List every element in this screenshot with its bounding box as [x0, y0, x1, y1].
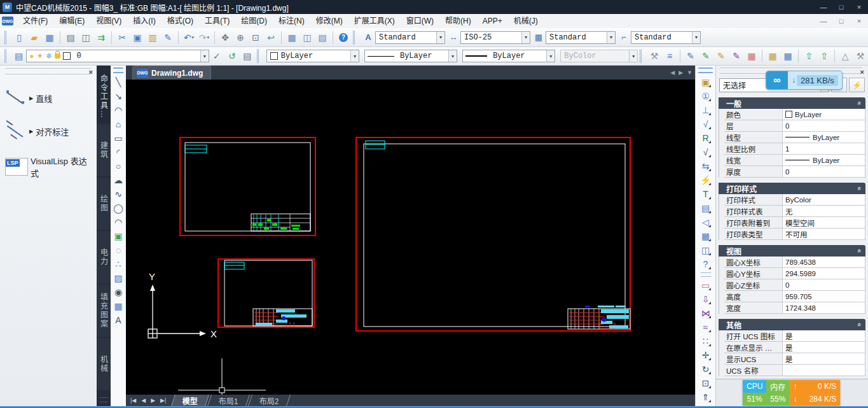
new-file-button[interactable]: ▯ [11, 30, 27, 45]
balloon-button[interactable]: ① [699, 89, 713, 103]
rotate-button[interactable]: ↻ [699, 362, 713, 376]
polygon-button[interactable]: ⌂ [111, 117, 125, 131]
layer-previous-button[interactable]: ↺ [224, 48, 240, 64]
property-value[interactable]: 是 [783, 353, 865, 364]
redo-dropdown-arrow[interactable]: ▾ [207, 35, 210, 40]
prev-layout-button[interactable]: ◀ [139, 397, 148, 404]
tile-windows-button[interactable]: ◫ [699, 243, 713, 257]
bom-table-button[interactable]: ▦ [699, 229, 713, 243]
property-value[interactable]: 无 [783, 206, 865, 216]
drawing-canvas[interactable]: Y X [126, 80, 695, 395]
collapse-chevron-icon[interactable]: « [856, 101, 864, 105]
circle-button[interactable]: ○ [111, 159, 125, 173]
title-block-button[interactable]: ▤ [699, 201, 713, 215]
plot-style-section-header[interactable]: 打印样式 « [719, 183, 865, 194]
property-value[interactable]: 0 [783, 166, 865, 177]
property-value[interactable]: ByColor [783, 194, 865, 205]
arc-button[interactable]: ◜ [111, 145, 125, 159]
table-style-combo[interactable]: Standard ▾ [546, 31, 616, 44]
dropdown-arrow-icon[interactable]: ▾ [521, 32, 530, 43]
dropdown-arrow-icon[interactable]: ▾ [692, 32, 700, 43]
model-tab[interactable]: 模型 [171, 395, 209, 406]
edit-hatch-button[interactable]: ✎ [729, 48, 744, 64]
layer-thaw-sun-icon[interactable]: ☀ [37, 52, 44, 60]
erase-button[interactable]: ▭ [699, 278, 713, 292]
zoom-window-button[interactable]: ⊡ [248, 30, 263, 45]
sheet-set-button[interactable]: ◫ [300, 30, 315, 45]
insert-layout-button[interactable]: ⇩ [699, 292, 713, 306]
edit-block-button[interactable]: ✎ [698, 48, 713, 64]
edit-menu[interactable]: 编辑(E) [53, 15, 90, 28]
format-menu[interactable]: 格式(O) [162, 15, 199, 28]
express-tools-menu[interactable]: 扩展工具(X) [348, 15, 401, 28]
collapse-chevron-icon[interactable]: « [856, 323, 864, 327]
dropdown-arrow-icon[interactable]: ▾ [546, 50, 555, 62]
layer-manager-button[interactable]: ▤ [11, 48, 26, 64]
property-value[interactable]: 789.4538 [783, 257, 865, 267]
dropdown-arrow-icon[interactable]: ▾ [200, 50, 209, 62]
property-value[interactable]: 0 [783, 120, 865, 131]
offset-button[interactable]: ≈ [699, 320, 713, 334]
app-plus-menu[interactable]: APP+ [477, 15, 508, 28]
surface-finish-button[interactable]: √ [699, 117, 713, 131]
insert-menu[interactable]: 插入(I) [127, 15, 161, 28]
layout1-tab[interactable]: 布局1 [207, 395, 250, 406]
dimension-menu[interactable]: 标注(N) [273, 15, 310, 28]
first-layout-button[interactable]: |◀ [128, 397, 138, 404]
next-doc-button[interactable]: ▶ [679, 69, 683, 76]
line-tool-item[interactable]: ▶ 直线 [5, 88, 94, 108]
tools-menu[interactable]: 工具(T) [199, 15, 235, 28]
command-tools-tab[interactable]: 命令工具… [97, 71, 111, 123]
block-attribute-manager-button[interactable]: ▦ [744, 48, 759, 64]
view-menu[interactable]: 视图(V) [90, 15, 127, 28]
export-block-button[interactable]: ⇧ [816, 48, 832, 64]
pan-button[interactable]: ✥ [217, 30, 233, 45]
spline-button[interactable]: ∿ [111, 187, 125, 201]
text-tool-button[interactable]: T [699, 187, 713, 201]
insert-block-button[interactable]: ▣ [111, 229, 125, 243]
make-block-button[interactable]: ◌ [111, 243, 125, 257]
minimize-button[interactable]: — [815, 0, 832, 14]
doc-close-button[interactable]: × [850, 14, 868, 28]
line-button[interactable]: ╲ [111, 75, 125, 89]
quick-properties-button[interactable]: ≡ [662, 48, 677, 64]
architecture-tab[interactable]: 建筑 [97, 124, 111, 176]
title-block-2[interactable] [568, 306, 630, 329]
print-preview-button[interactable]: ◫ [78, 30, 93, 45]
help-button[interactable]: ? [336, 30, 351, 45]
toolbar-grip[interactable] [353, 31, 358, 45]
point-button[interactable]: ∴ [111, 257, 125, 271]
dropdown-arrow-icon[interactable]: ▾ [607, 32, 615, 43]
construction-line-button[interactable]: ↘ [111, 89, 125, 103]
help-book-button[interactable]: ? [699, 257, 713, 271]
select-objects-button[interactable]: ⚡ [849, 78, 865, 92]
layer-freeze-viewport-icon[interactable]: ❄ [46, 52, 52, 60]
edit-table-button[interactable]: ▦ [765, 48, 780, 64]
dropdown-arrow-icon[interactable]: ▾ [350, 50, 359, 62]
layout2-tab[interactable]: 布局2 [248, 395, 291, 406]
layer-combo[interactable]: ● ☀ ❄ 0 ▾ [26, 50, 209, 62]
drawing-frame-1[interactable] [180, 137, 315, 236]
collapse-chevron-icon[interactable]: « [856, 249, 864, 253]
property-value[interactable]: 是 [783, 342, 865, 353]
color-control-combo[interactable]: ByLayer ▾ [266, 50, 359, 62]
text-style-combo[interactable]: Standard ▾ [375, 31, 445, 44]
cut-button[interactable]: ✂ [114, 30, 130, 45]
linetype-control-combo[interactable]: ByLayer ▾ [364, 50, 457, 62]
ellipse-button[interactable]: ◯ [111, 201, 125, 215]
mechanical-tab[interactable]: 机械 [97, 338, 111, 390]
scale-button[interactable]: ⊡ [699, 376, 713, 390]
property-value[interactable]: 模型空间 [783, 217, 865, 228]
edit-attributes-button[interactable]: ✎ [683, 48, 698, 64]
options-button[interactable]: ⚒ [647, 48, 662, 64]
view-section-header[interactable]: 视图 « [719, 245, 865, 257]
panel-close-icon[interactable]: × [860, 68, 864, 76]
layer-on-bulb-icon[interactable]: ● [29, 52, 34, 60]
property-value[interactable]: ByLayer [783, 132, 865, 143]
window-menu[interactable]: 窗口(W) [401, 15, 439, 28]
table-button[interactable]: ▦ [111, 299, 125, 313]
match-properties-button[interactable]: ✎ [160, 30, 176, 45]
paste-button[interactable]: ▥ [145, 30, 160, 45]
toolbar-grip[interactable] [698, 67, 713, 73]
file-menu[interactable]: 文件(F) [17, 15, 53, 28]
